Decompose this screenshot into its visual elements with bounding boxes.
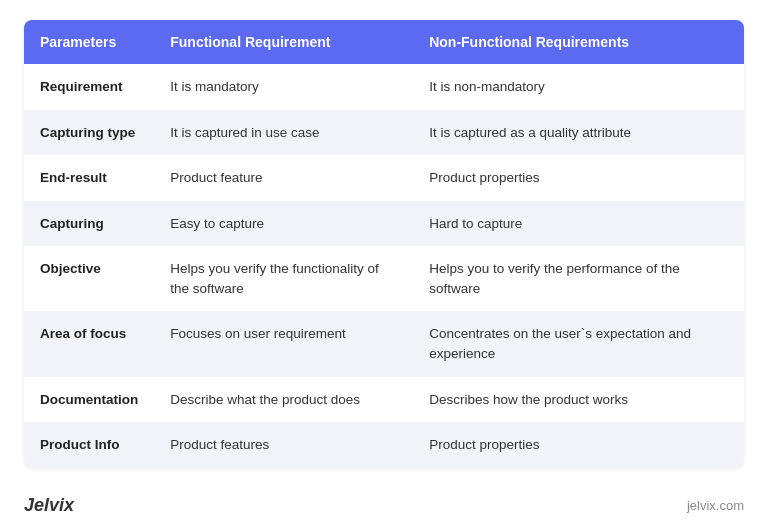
table-row: RequirementIt is mandatoryIt is non-mand… [24, 64, 744, 110]
table-row: DocumentationDescribe what the product d… [24, 377, 744, 423]
functional-cell: Describe what the product does [154, 377, 413, 423]
functional-cell: Product features [154, 422, 413, 468]
param-cell: Capturing [24, 201, 154, 247]
param-cell: End-result [24, 155, 154, 201]
nonfunctional-cell: Helps you to verify the performance of t… [413, 246, 744, 311]
functional-cell: Product feature [154, 155, 413, 201]
functional-cell: Easy to capture [154, 201, 413, 247]
table-row: Area of focusFocuses on user requirement… [24, 311, 744, 376]
param-cell: Product Info [24, 422, 154, 468]
nonfunctional-cell: Hard to capture [413, 201, 744, 247]
nonfunctional-cell: It is non-mandatory [413, 64, 744, 110]
param-cell: Area of focus [24, 311, 154, 376]
nonfunctional-cell: Describes how the product works [413, 377, 744, 423]
page-footer: Jelvix jelvix.com [24, 485, 744, 516]
param-cell: Requirement [24, 64, 154, 110]
comparison-table: Parameters Functional Requirement Non-Fu… [24, 20, 744, 468]
param-cell: Documentation [24, 377, 154, 423]
functional-cell: Focuses on user requirement [154, 311, 413, 376]
col-header-parameters: Parameters [24, 20, 154, 64]
brand-name: Jelvix [24, 495, 74, 516]
col-header-functional: Functional Requirement [154, 20, 413, 64]
table-row: ObjectiveHelps you verify the functional… [24, 246, 744, 311]
functional-cell: It is mandatory [154, 64, 413, 110]
brand-url: jelvix.com [687, 498, 744, 513]
param-cell: Objective [24, 246, 154, 311]
table-row: Capturing typeIt is captured in use case… [24, 110, 744, 156]
table-row: End-resultProduct featureProduct propert… [24, 155, 744, 201]
col-header-nonfunctional: Non-Functional Requirements [413, 20, 744, 64]
nonfunctional-cell: It is captured as a quality attribute [413, 110, 744, 156]
functional-cell: Helps you verify the functionality of th… [154, 246, 413, 311]
nonfunctional-cell: Product properties [413, 155, 744, 201]
nonfunctional-cell: Concentrates on the user`s expectation a… [413, 311, 744, 376]
functional-cell: It is captured in use case [154, 110, 413, 156]
nonfunctional-cell: Product properties [413, 422, 744, 468]
table-row: Product InfoProduct featuresProduct prop… [24, 422, 744, 468]
table-row: CapturingEasy to captureHard to capture [24, 201, 744, 247]
param-cell: Capturing type [24, 110, 154, 156]
